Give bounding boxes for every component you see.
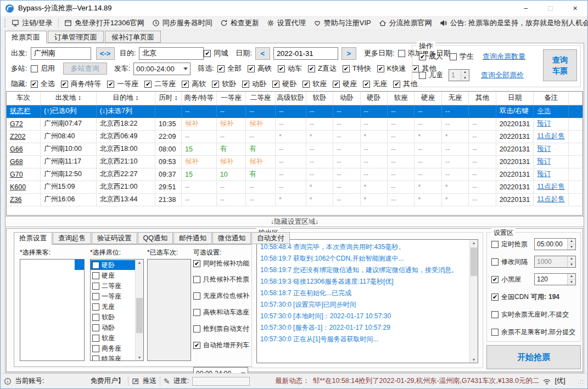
setting-1-checkbox[interactable]: 定时抢票 (491, 240, 528, 249)
passenger-list-scroll-thumb[interactable] (75, 260, 84, 270)
column-header-1[interactable]: 车次 (7, 92, 41, 105)
remark-link-cell[interactable]: 预订 (534, 117, 569, 130)
maximize-button[interactable]: □ (538, 1, 563, 16)
next-date-button[interactable]: > (341, 47, 356, 60)
column-header-17[interactable]: 备注 (534, 92, 569, 105)
setting-extra-2-checkbox[interactable]: 余票不足乘客时,部分提交 (491, 328, 575, 337)
column-header-16[interactable]: 日期 (496, 92, 534, 105)
column-header-2[interactable]: 出发地 ↕ (41, 92, 97, 105)
toolbar-item-2[interactable]: 免登录打开12306官网 (60, 16, 148, 30)
filter-6-checkbox[interactable]: ✔K快速 (377, 64, 406, 74)
column-header-3[interactable]: 目的地 ↕ (96, 92, 155, 105)
adult-checkbox[interactable]: ✔成人 (419, 52, 443, 61)
spin-down-icon[interactable]: ▼ (461, 76, 469, 81)
setting-extra-1-checkbox[interactable]: 实时余票无座时,不提交 (491, 310, 569, 319)
hide-9-checkbox[interactable]: ✔软座 (303, 79, 327, 89)
settings-tab-5[interactable]: 邮件通知 (173, 232, 212, 244)
seat-item-1[interactable]: 硬卧 (91, 260, 135, 270)
toolbar-item-3[interactable]: 同步服务器时间 (148, 16, 216, 30)
scroll-down-icon[interactable]: ▼ (470, 358, 478, 362)
spin-up-icon[interactable]: ▲ (568, 274, 575, 280)
filter-4-checkbox[interactable]: ✔Z直达 (308, 64, 337, 74)
column-header-13[interactable]: 硬座 (415, 92, 441, 105)
spin-up-icon[interactable]: ▲ (461, 70, 469, 76)
train-row[interactable]: G68广州南11:17北京西21:1009:53候补候补候补----------… (7, 155, 583, 168)
depart-time-select[interactable]: 00:00-24:00 (133, 63, 191, 75)
train-row[interactable]: G70广州南12:50北京西22:2709:371510有-----------… (7, 168, 583, 181)
spinner-arrows[interactable]: ▲▼ (567, 256, 575, 267)
seat-list-scrollbar[interactable]: ▲ ▼ (135, 260, 143, 360)
column-header-9[interactable]: 软卧 (306, 92, 333, 105)
spinner-arrows[interactable]: ▲▼ (461, 70, 469, 81)
train-number-cell[interactable]: G68 (7, 155, 41, 168)
train-number-cell[interactable]: G66 (7, 143, 41, 155)
hide-11-checkbox[interactable]: ✔无座 (363, 79, 387, 89)
seat-item-2[interactable]: 硬座 (91, 270, 135, 280)
remark-link-cell[interactable]: 预订 (534, 155, 569, 168)
output-scrollbar[interactable]: ▲ ▼ (469, 240, 478, 363)
toolbar-item-7[interactable]: 分流抢票官网 (375, 16, 436, 30)
multi-station-query-button[interactable]: 多站查询 (63, 63, 107, 75)
train-number-cell[interactable]: 状态栏 (7, 105, 41, 117)
prev-date-button[interactable]: < (255, 47, 270, 60)
scroll-down-icon[interactable]: ▼ (136, 356, 143, 359)
setting-2-checkbox[interactable]: 修改间隔 (491, 257, 528, 267)
same-city-checkbox[interactable]: ✔同城 (204, 48, 228, 58)
national-cdn-checkbox[interactable]: ✔全国CDN (491, 292, 529, 302)
spinner-arrows[interactable]: ▲▼ (567, 274, 575, 285)
train-number-cell[interactable]: Z36 (7, 193, 41, 206)
spin-down-icon[interactable]: ▼ (568, 262, 575, 268)
status-row[interactable]: 状态栏(↑)已选0列(↓)未选7列--------------------双击/… (7, 105, 583, 117)
child-count-spinner[interactable]: 1 ▲▼ (449, 69, 469, 81)
date-input[interactable] (273, 47, 338, 60)
option-6-checkbox[interactable]: ✔自动抢增开列车 (193, 341, 249, 350)
seat-item-8[interactable]: 软座 (91, 333, 135, 343)
student-checkbox[interactable]: 学生 (450, 52, 474, 61)
hide-7-checkbox[interactable]: ✔动卧 (242, 79, 266, 89)
train-row[interactable]: Z36广州16:06北京西13:4421:38------**--*--**--… (7, 193, 583, 206)
column-header-6[interactable]: 一等座 (216, 92, 246, 105)
column-header-10[interactable]: 动卧 (333, 92, 360, 105)
option-1-checkbox[interactable]: ✔同时抢候补功能 (193, 259, 249, 268)
filter-2-checkbox[interactable]: ✔高铁 (248, 64, 272, 74)
scroll-up-icon[interactable]: ▲ (136, 261, 143, 264)
train-number-cell[interactable]: K600 (7, 181, 41, 193)
train-number-cell[interactable]: G72 (7, 117, 41, 130)
scroll-up-icon[interactable]: ▲ (470, 241, 478, 245)
hide-10-checkbox[interactable]: ✔硬座 (333, 79, 357, 89)
spin-down-icon[interactable]: ▼ (568, 245, 575, 250)
column-header-14[interactable]: 无座 (441, 92, 468, 105)
toolbar-item-8[interactable]: 公告: 抢票靠的是坚持，放弃就是给别人机会! (436, 16, 588, 30)
setting-3-spinner[interactable]: 120▲▼ (534, 273, 576, 285)
seat-item-9[interactable]: 商务座 (91, 343, 135, 353)
settings-tab-7[interactable]: 自动支付 (251, 232, 290, 244)
seat-item-10[interactable]: 特等座 (91, 354, 135, 361)
setting-3-checkbox[interactable]: ✔小黑屋 (491, 275, 521, 284)
filter-1-checkbox[interactable]: ✔全部 (217, 64, 242, 74)
remark-link-cell[interactable]: 全选 (534, 105, 569, 117)
hide-2-checkbox[interactable]: ✔商务/特等 (61, 79, 102, 89)
column-header-8[interactable]: 高级软卧 (275, 92, 306, 105)
query-prices-link[interactable]: 查询全部票价 (481, 70, 524, 80)
setting-2-spinner[interactable]: 1000▲▼ (534, 256, 576, 268)
remark-link-cell[interactable]: 预订 (534, 168, 569, 181)
settings-tab-1[interactable]: 抢票设置 (14, 232, 52, 245)
toolbar-item-4[interactable]: 检查更新 (216, 16, 263, 30)
output-log-list[interactable]: ▲ ▼ 10:58:48:4 查询完毕，本次查询共用时:435毫秒。10:58:… (256, 239, 478, 363)
close-button[interactable]: × (563, 1, 587, 16)
toolbar-item-5[interactable]: 设置代理 (263, 16, 310, 30)
train-row[interactable]: G72广州南07:47北京西18:2210:35候补候补候补----------… (7, 117, 583, 130)
minimize-button[interactable]: − (513, 1, 538, 16)
train-row[interactable]: Z202广州08:40北京西06:4922:09------**--*--**-… (7, 130, 583, 143)
remark-link-cell[interactable]: 11点起售 (534, 193, 569, 206)
scrollbar-thumb[interactable] (471, 247, 477, 276)
train-row[interactable]: G66广州南10:00北京西18:0008:0015有有------------… (7, 143, 583, 155)
setting-1-spinner[interactable]: 05:00:00▲▼ (534, 238, 576, 250)
column-header-11[interactable]: 硬卧 (360, 92, 387, 105)
filter-3-checkbox[interactable]: ✔动车 (278, 64, 302, 74)
selected-trains-list[interactable] (147, 259, 191, 361)
hide-3-checkbox[interactable]: ✔一等座 (107, 79, 138, 89)
main-tab-1[interactable]: 抢票页面 (5, 31, 47, 43)
child-checkbox[interactable]: 儿童 (419, 70, 443, 80)
main-tab-2[interactable]: 订单管理页面 (48, 31, 104, 43)
